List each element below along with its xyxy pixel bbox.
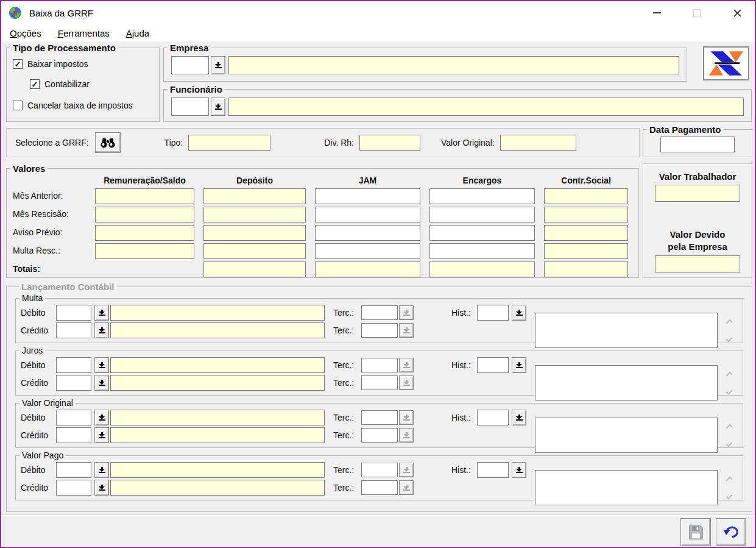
- multa-resc-contr-social-input[interactable]: [544, 243, 628, 259]
- valor-original-memo-scroll-up-button[interactable]: [724, 421, 735, 431]
- multa-memo-scroll-up-button[interactable]: [724, 316, 735, 326]
- juros-debito-terc-lookup-button[interactable]: [399, 358, 414, 372]
- aviso-previo-jam-input[interactable]: [315, 225, 420, 241]
- juros-credito-descricao-input[interactable]: [110, 375, 325, 391]
- multa-debito-conta-input[interactable]: [56, 305, 91, 321]
- checkbox-box[interactable]: [13, 101, 23, 110]
- valor-original-debito-terc-lookup-button[interactable]: [399, 410, 414, 425]
- checkbox-cancelar-baixa[interactable]: Cancelar baixa de impostos: [13, 101, 133, 110]
- valor-original-debito-terc-input[interactable]: [361, 410, 398, 425]
- multa-hist-lookup-button[interactable]: [512, 305, 526, 321]
- valor-pago-hist-input[interactable]: [477, 462, 509, 478]
- aviso-previo-contr-social-input[interactable]: [544, 225, 628, 241]
- valor-pago-memo-scroll-up-button[interactable]: [724, 474, 735, 483]
- juros-debito-terc-input[interactable]: [361, 358, 398, 372]
- multa-debito-terc-input[interactable]: [361, 305, 398, 320]
- aviso-previo-deposito-input[interactable]: [203, 225, 306, 241]
- funcionario-code-input[interactable]: [171, 98, 209, 116]
- multa-resc-remuneracao-input[interactable]: [95, 243, 194, 259]
- menu-ajuda[interactable]: Ajuda: [126, 28, 149, 38]
- mes-rescisao-encargos-input[interactable]: [429, 207, 535, 222]
- multa-credito-terc-lookup-button[interactable]: [399, 323, 414, 338]
- valor-original-credito-terc-input[interactable]: [361, 428, 398, 443]
- valor-pago-historico-memo[interactable]: [535, 470, 718, 505]
- valor-pago-credito-conta-input[interactable]: [56, 480, 91, 496]
- valor-original-credito-conta-input[interactable]: [56, 427, 91, 443]
- aviso-previo-encargos-input[interactable]: [429, 225, 535, 241]
- juros-credito-terc-input[interactable]: [361, 375, 398, 390]
- mes-rescisao-contr-social-input[interactable]: [544, 207, 628, 222]
- maximize-button[interactable]: [685, 4, 708, 22]
- juros-credito-conta-input[interactable]: [56, 375, 91, 391]
- data-pagamento-input[interactable]: [660, 137, 735, 152]
- valor-original-hist-lookup-button[interactable]: [512, 410, 526, 425]
- checkbox-box[interactable]: ✓: [13, 59, 23, 69]
- mes-rescisao-remuneracao-input[interactable]: [95, 207, 194, 222]
- grrf-search-button[interactable]: [95, 132, 121, 153]
- valor-pago-hist-lookup-button[interactable]: [512, 462, 526, 478]
- aviso-previo-remuneracao-input[interactable]: [95, 225, 194, 241]
- valor-original-debito-lookup-button[interactable]: [94, 410, 109, 425]
- checkbox-box[interactable]: ✓: [30, 79, 40, 89]
- mes-rescisao-deposito-input[interactable]: [203, 207, 306, 222]
- totais-encargos-input[interactable]: [429, 262, 535, 277]
- valor-devido-empresa-input[interactable]: [655, 255, 740, 272]
- funcionario-lookup-button[interactable]: [211, 98, 225, 116]
- mes-rescisao-jam-input[interactable]: [315, 207, 420, 222]
- multa-memo-scroll-down-button[interactable]: [724, 335, 735, 344]
- menu-opcoes[interactable]: Opções: [10, 28, 41, 38]
- juros-credito-terc-lookup-button[interactable]: [399, 375, 414, 390]
- valor-original-memo-scroll-down-button[interactable]: [724, 439, 735, 449]
- multa-historico-memo[interactable]: [535, 313, 718, 348]
- checkbox-contabilizar[interactable]: ✓ Contabilizar: [30, 79, 90, 89]
- valor-pago-debito-terc-input[interactable]: [361, 463, 398, 477]
- multa-credito-lookup-button[interactable]: [94, 322, 109, 338]
- valor-original-hist-input[interactable]: [477, 410, 509, 425]
- multa-resc-deposito-input[interactable]: [203, 243, 306, 259]
- mes-anterior-deposito-input[interactable]: [203, 188, 306, 204]
- juros-debito-conta-input[interactable]: [56, 357, 91, 373]
- juros-hist-input[interactable]: [477, 357, 509, 373]
- totais-contr-social-input[interactable]: [544, 262, 628, 277]
- valor-pago-credito-terc-input[interactable]: [361, 480, 398, 495]
- juros-debito-descricao-input[interactable]: [110, 357, 325, 373]
- multa-resc-jam-input[interactable]: [315, 243, 420, 259]
- valor-pago-credito-terc-lookup-button[interactable]: [399, 480, 414, 495]
- funcionario-name-input[interactable]: [228, 98, 744, 116]
- multa-credito-conta-input[interactable]: [56, 322, 91, 338]
- tipo-input[interactable]: [188, 135, 270, 151]
- valor-pago-debito-descricao-input[interactable]: [110, 462, 325, 478]
- valor-original-debito-descricao-input[interactable]: [110, 410, 325, 425]
- mes-anterior-jam-input[interactable]: [315, 188, 420, 204]
- minimize-button[interactable]: [645, 4, 668, 22]
- valor-pago-debito-terc-lookup-button[interactable]: [399, 463, 414, 477]
- menu-ferramentas[interactable]: Ferramentas: [58, 28, 110, 38]
- valor-pago-memo-scroll-down-button[interactable]: [724, 492, 735, 502]
- juros-credito-lookup-button[interactable]: [94, 375, 109, 391]
- valor-trabalhador-input[interactable]: [655, 185, 740, 202]
- valor-pago-credito-lookup-button[interactable]: [94, 480, 109, 496]
- valor-original-credito-terc-lookup-button[interactable]: [399, 428, 414, 443]
- multa-debito-terc-lookup-button[interactable]: [399, 305, 414, 320]
- multa-debito-descricao-input[interactable]: [110, 305, 325, 321]
- mes-anterior-encargos-input[interactable]: [429, 188, 535, 204]
- valor-original-debito-conta-input[interactable]: [56, 410, 91, 425]
- empresa-name-input[interactable]: [228, 56, 679, 74]
- juros-hist-lookup-button[interactable]: [512, 357, 526, 373]
- juros-memo-scroll-up-button[interactable]: [724, 369, 735, 379]
- empresa-code-input[interactable]: [171, 56, 209, 74]
- totais-jam-input[interactable]: [315, 262, 420, 277]
- multa-hist-input[interactable]: [477, 305, 509, 321]
- mes-anterior-remuneracao-input[interactable]: [95, 188, 194, 204]
- totais-deposito-input[interactable]: [203, 262, 306, 277]
- valor-original-credito-lookup-button[interactable]: [94, 427, 109, 443]
- div-rh-input[interactable]: [359, 135, 420, 151]
- multa-credito-terc-input[interactable]: [361, 323, 398, 338]
- valor-original-credito-descricao-input[interactable]: [110, 427, 325, 443]
- valor-pago-credito-descricao-input[interactable]: [110, 480, 325, 496]
- valor-pago-debito-conta-input[interactable]: [56, 462, 91, 478]
- multa-debito-lookup-button[interactable]: [94, 305, 109, 321]
- close-button[interactable]: [726, 4, 749, 22]
- multa-credito-descricao-input[interactable]: [110, 322, 325, 338]
- valor-original-historico-memo[interactable]: [535, 418, 718, 453]
